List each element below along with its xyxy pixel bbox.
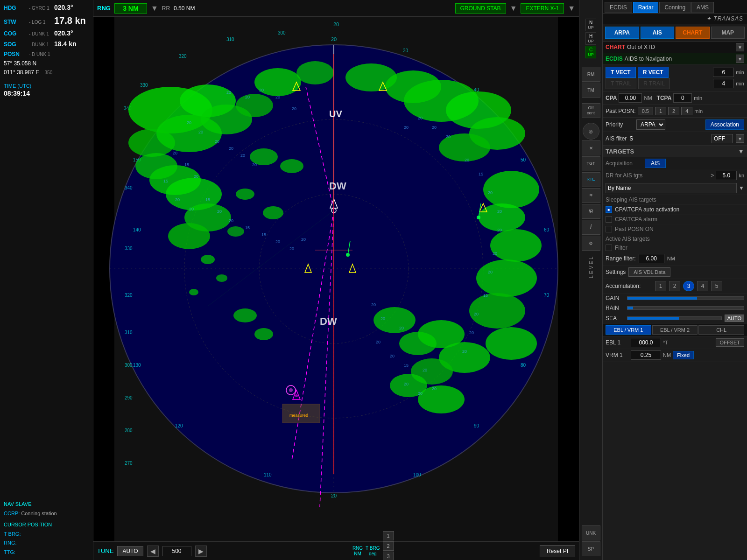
stw-row: STW - LOG 1 17.8 kn bbox=[4, 14, 89, 28]
rm-btn[interactable]: RM bbox=[582, 67, 600, 82]
icon-rte-btn[interactable]: RTE bbox=[582, 172, 600, 187]
sp-btn[interactable]: SP bbox=[582, 541, 600, 556]
hdg-value: 020.3° bbox=[54, 3, 73, 13]
posn-btn-1[interactable]: 1 bbox=[655, 107, 666, 115]
ttrail-btn[interactable]: T TRAIL bbox=[606, 78, 636, 89]
ebl1-offset-btn[interactable]: OFFSET bbox=[716, 338, 744, 347]
svg-text:70: 70 bbox=[544, 293, 550, 298]
byname-select[interactable]: By Name bbox=[606, 183, 737, 193]
icon-target-btn[interactable]: TGT bbox=[582, 156, 600, 171]
filter-checkbox[interactable] bbox=[606, 245, 612, 251]
stab-arrow[interactable]: ▼ bbox=[510, 4, 517, 13]
cpa-auto-checkbox[interactable]: ■ bbox=[606, 206, 612, 213]
accum-3[interactable]: 3 bbox=[683, 281, 694, 291]
cpa-alarm-checkbox[interactable] bbox=[606, 216, 612, 223]
ebl-tab-2[interactable]: EBL / VRM 2 bbox=[652, 325, 698, 335]
extern-box[interactable]: EXTERN X-1 bbox=[521, 3, 564, 14]
tab-ams[interactable]: AMS bbox=[691, 2, 714, 13]
radar-display[interactable]: 20 20 30 40 50 60 70 80 90 100 110 120 1… bbox=[93, 17, 579, 541]
icon-wave-btn[interactable]: ≋ bbox=[582, 188, 600, 203]
posn-btn-4[interactable]: 4 bbox=[681, 107, 692, 115]
gain-track[interactable] bbox=[627, 296, 744, 300]
vrm1-fixed-btn[interactable]: Fixed bbox=[673, 351, 694, 359]
cup-btn[interactable]: C UP bbox=[585, 46, 596, 58]
chart-dropdown-arrow[interactable]: ▼ bbox=[736, 43, 744, 51]
stab-box[interactable]: GROUND STAB bbox=[455, 3, 506, 14]
rsb-map[interactable]: MAP bbox=[711, 27, 745, 39]
transas-logo: ✦ TRANSAS bbox=[603, 14, 747, 24]
pi-btn-2[interactable]: 2 bbox=[383, 541, 394, 551]
tcpa-input[interactable] bbox=[673, 93, 692, 103]
unk-btn[interactable]: UNK bbox=[582, 525, 600, 540]
past-posn-on-checkbox[interactable] bbox=[606, 226, 612, 232]
posn-btn-05[interactable]: 0.5 bbox=[638, 107, 653, 115]
hup-btn[interactable]: H UP bbox=[585, 32, 596, 45]
reset-pi-btn[interactable]: Reset PI bbox=[540, 545, 575, 557]
tm-btn[interactable]: TM bbox=[582, 83, 600, 98]
icon-circle-btn[interactable]: ◎ bbox=[583, 123, 599, 140]
svg-point-70 bbox=[374, 307, 416, 333]
ais-vdl-btn[interactable]: AIS VDL Data bbox=[628, 267, 670, 277]
tune-right-arrow[interactable]: ▶ bbox=[195, 546, 207, 557]
trail-value[interactable] bbox=[713, 79, 734, 88]
icon-gear-btn[interactable]: ⚙ bbox=[582, 236, 600, 251]
ais-filter-select[interactable]: OFF bbox=[712, 134, 733, 143]
pi-btn-1[interactable]: 1 bbox=[383, 531, 394, 540]
icon-x-btn[interactable]: ✕ bbox=[582, 140, 600, 155]
svg-text:30: 30 bbox=[403, 48, 409, 53]
byname-arrow[interactable]: ▼ bbox=[739, 185, 744, 191]
settings-row: Settings AIS VDL Data bbox=[603, 266, 747, 279]
ebl-tab-chl[interactable]: CHL bbox=[698, 325, 744, 335]
svg-text:20: 20 bbox=[240, 153, 245, 158]
accum-1[interactable]: 1 bbox=[655, 281, 666, 291]
icon-i-btn[interactable]: i bbox=[582, 220, 600, 235]
nup-btn[interactable]: N UP bbox=[585, 19, 596, 31]
icon-ir-btn[interactable]: IR bbox=[582, 204, 600, 219]
rng-dropdown-arrow[interactable]: ▼ bbox=[151, 4, 158, 13]
vrm1-input[interactable] bbox=[631, 350, 661, 360]
tab-conning[interactable]: Conning bbox=[659, 2, 691, 13]
svg-text:20: 20 bbox=[301, 237, 306, 242]
auto-btn[interactable]: AUTO bbox=[117, 546, 143, 556]
rain-track[interactable] bbox=[627, 306, 744, 310]
ais-filter-arrow[interactable]: ▼ bbox=[736, 134, 744, 143]
sea-track[interactable] bbox=[627, 316, 722, 320]
association-btn[interactable]: Association bbox=[705, 119, 744, 130]
svg-point-40 bbox=[236, 94, 273, 117]
svg-text:20: 20 bbox=[189, 207, 194, 211]
targets-arrow[interactable]: ▼ bbox=[738, 147, 744, 155]
extern-arrow[interactable]: ▼ bbox=[568, 4, 575, 13]
tvect-btn[interactable]: T VECT bbox=[606, 67, 636, 78]
rvect-btn[interactable]: R VECT bbox=[638, 67, 669, 78]
svg-point-63 bbox=[263, 206, 283, 219]
cpa-input[interactable] bbox=[619, 93, 642, 103]
posn-btn-2[interactable]: 2 bbox=[668, 107, 679, 115]
pi-btn-3[interactable]: 3 bbox=[383, 552, 394, 560]
priority-select[interactable]: ARPA bbox=[636, 119, 665, 130]
offcent-btn[interactable]: Offcent bbox=[582, 103, 600, 118]
sea-auto[interactable]: AUTO bbox=[725, 315, 744, 322]
ebl1-input[interactable] bbox=[631, 338, 661, 347]
cpa-alarm-label: CPA\TCPA alarm bbox=[615, 216, 657, 223]
tune-left-arrow[interactable]: ◀ bbox=[147, 546, 159, 557]
tab-radar[interactable]: Radar bbox=[633, 2, 659, 13]
svg-text:280: 280 bbox=[125, 428, 133, 433]
accum-4[interactable]: 4 bbox=[697, 281, 708, 291]
ebl-tab-1[interactable]: EBL / VRM 1 bbox=[606, 325, 651, 335]
svg-text:100: 100 bbox=[413, 472, 421, 477]
rsb-arpa[interactable]: ARPA bbox=[605, 27, 639, 39]
acq-btn[interactable]: AIS bbox=[645, 159, 666, 168]
tab-ecdis[interactable]: ECDIS bbox=[605, 2, 632, 13]
accum-5[interactable]: 5 bbox=[711, 281, 722, 291]
rtrail-btn[interactable]: R TRAIL bbox=[638, 78, 670, 89]
center-radar[interactable]: RNG 3 NM ▼ RR 0.50 NM GROUND STAB ▼ EXTE… bbox=[93, 0, 579, 560]
accum-2[interactable]: 2 bbox=[669, 281, 680, 291]
vect-value[interactable] bbox=[713, 68, 734, 77]
dr-input[interactable] bbox=[716, 171, 737, 180]
rr-label: RR bbox=[162, 5, 170, 12]
rsb-ais[interactable]: AIS bbox=[641, 27, 675, 39]
rf-input[interactable] bbox=[639, 254, 664, 263]
rng-value[interactable]: 3 NM bbox=[114, 3, 147, 14]
rsb-chart[interactable]: CHART bbox=[676, 27, 710, 39]
ecdis-dropdown-arrow[interactable]: ▼ bbox=[736, 55, 744, 63]
